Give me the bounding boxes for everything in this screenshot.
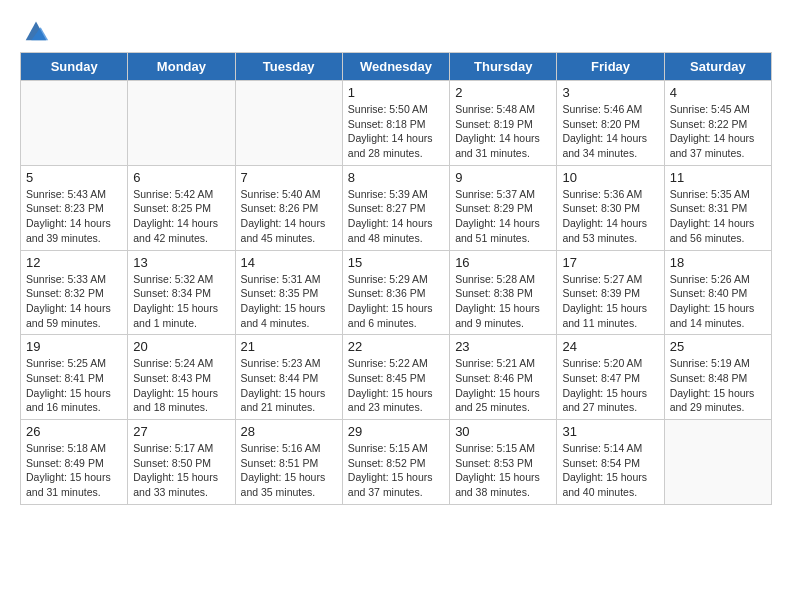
day-info: Sunrise: 5:45 AM Sunset: 8:22 PM Dayligh… xyxy=(670,102,766,161)
day-info: Sunrise: 5:17 AM Sunset: 8:50 PM Dayligh… xyxy=(133,441,229,500)
weekday-thursday: Thursday xyxy=(450,53,557,81)
day-info: Sunrise: 5:42 AM Sunset: 8:25 PM Dayligh… xyxy=(133,187,229,246)
header xyxy=(0,0,792,52)
day-info: Sunrise: 5:18 AM Sunset: 8:49 PM Dayligh… xyxy=(26,441,122,500)
day-number: 10 xyxy=(562,170,658,185)
calendar-cell: 29Sunrise: 5:15 AM Sunset: 8:52 PM Dayli… xyxy=(342,420,449,505)
day-info: Sunrise: 5:35 AM Sunset: 8:31 PM Dayligh… xyxy=(670,187,766,246)
calendar-table: SundayMondayTuesdayWednesdayThursdayFrid… xyxy=(20,52,772,505)
logo xyxy=(20,16,50,44)
weekday-wednesday: Wednesday xyxy=(342,53,449,81)
day-info: Sunrise: 5:26 AM Sunset: 8:40 PM Dayligh… xyxy=(670,272,766,331)
day-info: Sunrise: 5:36 AM Sunset: 8:30 PM Dayligh… xyxy=(562,187,658,246)
weekday-header-row: SundayMondayTuesdayWednesdayThursdayFrid… xyxy=(21,53,772,81)
week-row-3: 12Sunrise: 5:33 AM Sunset: 8:32 PM Dayli… xyxy=(21,250,772,335)
day-number: 20 xyxy=(133,339,229,354)
calendar-cell xyxy=(21,81,128,166)
day-info: Sunrise: 5:39 AM Sunset: 8:27 PM Dayligh… xyxy=(348,187,444,246)
day-info: Sunrise: 5:37 AM Sunset: 8:29 PM Dayligh… xyxy=(455,187,551,246)
calendar-cell: 11Sunrise: 5:35 AM Sunset: 8:31 PM Dayli… xyxy=(664,165,771,250)
calendar-cell: 4Sunrise: 5:45 AM Sunset: 8:22 PM Daylig… xyxy=(664,81,771,166)
day-number: 12 xyxy=(26,255,122,270)
day-number: 2 xyxy=(455,85,551,100)
day-info: Sunrise: 5:46 AM Sunset: 8:20 PM Dayligh… xyxy=(562,102,658,161)
day-number: 1 xyxy=(348,85,444,100)
calendar-cell: 8Sunrise: 5:39 AM Sunset: 8:27 PM Daylig… xyxy=(342,165,449,250)
day-info: Sunrise: 5:28 AM Sunset: 8:38 PM Dayligh… xyxy=(455,272,551,331)
week-row-1: 1Sunrise: 5:50 AM Sunset: 8:18 PM Daylig… xyxy=(21,81,772,166)
day-number: 9 xyxy=(455,170,551,185)
calendar-cell: 15Sunrise: 5:29 AM Sunset: 8:36 PM Dayli… xyxy=(342,250,449,335)
calendar-cell: 23Sunrise: 5:21 AM Sunset: 8:46 PM Dayli… xyxy=(450,335,557,420)
day-number: 26 xyxy=(26,424,122,439)
day-number: 28 xyxy=(241,424,337,439)
day-info: Sunrise: 5:22 AM Sunset: 8:45 PM Dayligh… xyxy=(348,356,444,415)
calendar-cell: 30Sunrise: 5:15 AM Sunset: 8:53 PM Dayli… xyxy=(450,420,557,505)
calendar-cell: 19Sunrise: 5:25 AM Sunset: 8:41 PM Dayli… xyxy=(21,335,128,420)
day-number: 17 xyxy=(562,255,658,270)
calendar-cell: 2Sunrise: 5:48 AM Sunset: 8:19 PM Daylig… xyxy=(450,81,557,166)
logo-icon xyxy=(22,16,50,44)
day-number: 19 xyxy=(26,339,122,354)
day-number: 5 xyxy=(26,170,122,185)
day-info: Sunrise: 5:25 AM Sunset: 8:41 PM Dayligh… xyxy=(26,356,122,415)
calendar-cell: 14Sunrise: 5:31 AM Sunset: 8:35 PM Dayli… xyxy=(235,250,342,335)
calendar-cell: 10Sunrise: 5:36 AM Sunset: 8:30 PM Dayli… xyxy=(557,165,664,250)
calendar-cell: 6Sunrise: 5:42 AM Sunset: 8:25 PM Daylig… xyxy=(128,165,235,250)
calendar-cell: 20Sunrise: 5:24 AM Sunset: 8:43 PM Dayli… xyxy=(128,335,235,420)
weekday-sunday: Sunday xyxy=(21,53,128,81)
day-number: 21 xyxy=(241,339,337,354)
calendar-cell: 26Sunrise: 5:18 AM Sunset: 8:49 PM Dayli… xyxy=(21,420,128,505)
week-row-4: 19Sunrise: 5:25 AM Sunset: 8:41 PM Dayli… xyxy=(21,335,772,420)
day-number: 3 xyxy=(562,85,658,100)
day-info: Sunrise: 5:14 AM Sunset: 8:54 PM Dayligh… xyxy=(562,441,658,500)
day-info: Sunrise: 5:23 AM Sunset: 8:44 PM Dayligh… xyxy=(241,356,337,415)
day-info: Sunrise: 5:40 AM Sunset: 8:26 PM Dayligh… xyxy=(241,187,337,246)
calendar-cell: 12Sunrise: 5:33 AM Sunset: 8:32 PM Dayli… xyxy=(21,250,128,335)
weekday-friday: Friday xyxy=(557,53,664,81)
day-number: 27 xyxy=(133,424,229,439)
day-number: 31 xyxy=(562,424,658,439)
calendar-cell: 27Sunrise: 5:17 AM Sunset: 8:50 PM Dayli… xyxy=(128,420,235,505)
day-number: 11 xyxy=(670,170,766,185)
day-info: Sunrise: 5:48 AM Sunset: 8:19 PM Dayligh… xyxy=(455,102,551,161)
day-info: Sunrise: 5:16 AM Sunset: 8:51 PM Dayligh… xyxy=(241,441,337,500)
day-info: Sunrise: 5:31 AM Sunset: 8:35 PM Dayligh… xyxy=(241,272,337,331)
day-number: 15 xyxy=(348,255,444,270)
day-info: Sunrise: 5:21 AM Sunset: 8:46 PM Dayligh… xyxy=(455,356,551,415)
day-info: Sunrise: 5:24 AM Sunset: 8:43 PM Dayligh… xyxy=(133,356,229,415)
day-number: 23 xyxy=(455,339,551,354)
calendar-cell: 1Sunrise: 5:50 AM Sunset: 8:18 PM Daylig… xyxy=(342,81,449,166)
day-info: Sunrise: 5:33 AM Sunset: 8:32 PM Dayligh… xyxy=(26,272,122,331)
day-info: Sunrise: 5:32 AM Sunset: 8:34 PM Dayligh… xyxy=(133,272,229,331)
day-number: 22 xyxy=(348,339,444,354)
calendar-cell: 18Sunrise: 5:26 AM Sunset: 8:40 PM Dayli… xyxy=(664,250,771,335)
day-number: 8 xyxy=(348,170,444,185)
week-row-2: 5Sunrise: 5:43 AM Sunset: 8:23 PM Daylig… xyxy=(21,165,772,250)
calendar-cell xyxy=(235,81,342,166)
day-number: 30 xyxy=(455,424,551,439)
calendar-cell: 24Sunrise: 5:20 AM Sunset: 8:47 PM Dayli… xyxy=(557,335,664,420)
calendar-cell: 9Sunrise: 5:37 AM Sunset: 8:29 PM Daylig… xyxy=(450,165,557,250)
weekday-monday: Monday xyxy=(128,53,235,81)
day-info: Sunrise: 5:43 AM Sunset: 8:23 PM Dayligh… xyxy=(26,187,122,246)
weekday-saturday: Saturday xyxy=(664,53,771,81)
calendar-wrapper: SundayMondayTuesdayWednesdayThursdayFrid… xyxy=(0,52,792,515)
day-number: 14 xyxy=(241,255,337,270)
day-number: 6 xyxy=(133,170,229,185)
day-info: Sunrise: 5:15 AM Sunset: 8:53 PM Dayligh… xyxy=(455,441,551,500)
day-number: 25 xyxy=(670,339,766,354)
day-number: 29 xyxy=(348,424,444,439)
day-info: Sunrise: 5:27 AM Sunset: 8:39 PM Dayligh… xyxy=(562,272,658,331)
calendar-cell: 25Sunrise: 5:19 AM Sunset: 8:48 PM Dayli… xyxy=(664,335,771,420)
calendar-cell xyxy=(664,420,771,505)
day-number: 16 xyxy=(455,255,551,270)
day-number: 4 xyxy=(670,85,766,100)
day-info: Sunrise: 5:50 AM Sunset: 8:18 PM Dayligh… xyxy=(348,102,444,161)
calendar-cell: 17Sunrise: 5:27 AM Sunset: 8:39 PM Dayli… xyxy=(557,250,664,335)
day-number: 24 xyxy=(562,339,658,354)
day-info: Sunrise: 5:15 AM Sunset: 8:52 PM Dayligh… xyxy=(348,441,444,500)
calendar-cell: 22Sunrise: 5:22 AM Sunset: 8:45 PM Dayli… xyxy=(342,335,449,420)
day-info: Sunrise: 5:20 AM Sunset: 8:47 PM Dayligh… xyxy=(562,356,658,415)
calendar-cell: 3Sunrise: 5:46 AM Sunset: 8:20 PM Daylig… xyxy=(557,81,664,166)
